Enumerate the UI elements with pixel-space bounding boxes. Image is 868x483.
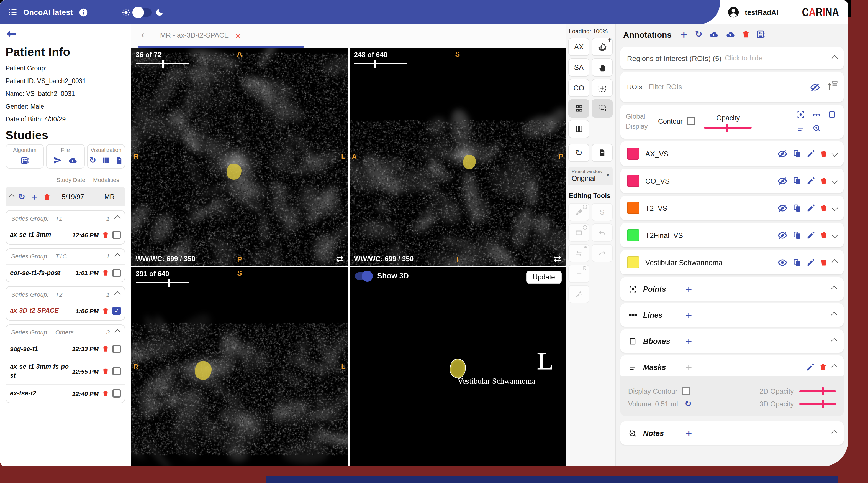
opacity-slider[interactable]: [704, 127, 752, 129]
reference-lines-button[interactable]: [592, 79, 613, 97]
delete-series-icon[interactable]: [102, 367, 109, 375]
visibility-off-icon[interactable]: [777, 149, 788, 158]
series-group-header[interactable]: Series Group: T1 1: [6, 211, 125, 226]
series-group-header[interactable]: Series Group: Others 3: [6, 325, 125, 340]
annotation-table-icon[interactable]: [756, 30, 765, 39]
add-point-icon[interactable]: ＋: [684, 284, 693, 294]
delete-series-icon[interactable]: [102, 390, 109, 398]
series-item[interactable]: cor-se-t1-fs-post 1:01 PM: [6, 264, 125, 282]
chevron-up-icon[interactable]: [114, 291, 121, 297]
chevron-up-icon[interactable]: [832, 259, 838, 266]
undo-button[interactable]: [592, 224, 613, 242]
add-line-icon[interactable]: ＋: [684, 310, 693, 320]
menu-icon[interactable]: [8, 7, 18, 17]
visibility-on-icon[interactable]: [777, 258, 788, 267]
copy-roi-icon[interactable]: [793, 149, 802, 158]
roi-row[interactable]: CO_VS: [620, 169, 844, 193]
tab-scroll-left-icon[interactable]: ‹: [141, 29, 145, 41]
add-bbox-icon[interactable]: ＋: [684, 336, 693, 346]
delete-series-icon[interactable]: [102, 307, 109, 315]
compare-layout-button[interactable]: [568, 120, 589, 138]
roi-row[interactable]: T2_VS: [620, 196, 844, 220]
visibility-off-icon[interactable]: [777, 176, 788, 186]
slice-slider[interactable]: [354, 63, 407, 64]
capture-viewport-button[interactable]: [592, 99, 613, 118]
show-3d-toggle[interactable]: Show 3D: [355, 272, 409, 280]
collapse-icon[interactable]: [8, 194, 15, 200]
back-arrow[interactable]: ←: [7, 28, 17, 40]
send-icon[interactable]: [53, 156, 62, 165]
edit-roi-icon[interactable]: [807, 231, 815, 239]
chevron-up-icon[interactable]: [831, 364, 838, 370]
chevron-up-icon[interactable]: [831, 430, 838, 436]
edit-roi-icon[interactable]: [807, 204, 815, 212]
edit-roi-icon[interactable]: [807, 258, 815, 266]
roi-row[interactable]: AX_VS: [620, 141, 844, 166]
roi-color-swatch[interactable]: [627, 202, 639, 214]
add-mask-icon[interactable]: ＋: [684, 362, 693, 372]
algorithm-grid-icon[interactable]: [21, 156, 29, 164]
edit-roi-icon[interactable]: [807, 149, 815, 158]
add-note-icon[interactable]: ＋: [684, 428, 693, 438]
sagittal-view-button[interactable]: SA: [568, 58, 589, 77]
series-item[interactable]: ax-tse-t2 12:40 PM: [6, 384, 125, 402]
delete-series-icon[interactable]: [102, 231, 109, 239]
series-checkbox-checked[interactable]: [113, 307, 121, 315]
lines-section[interactable]: Lines ＋: [620, 303, 844, 326]
contour-checkbox[interactable]: [687, 117, 695, 125]
recompute-volume-icon[interactable]: ↻: [685, 400, 691, 408]
chevron-down-icon[interactable]: [832, 205, 838, 211]
chevron-down-icon[interactable]: [832, 178, 838, 184]
coronal-view-button[interactable]: CO: [568, 79, 589, 97]
chevron-down-icon[interactable]: [832, 232, 838, 238]
interpolate-tool-button[interactable]: [568, 244, 589, 262]
series-checkbox[interactable]: [113, 367, 121, 375]
copy-roi-icon[interactable]: [793, 258, 802, 267]
series-checkbox[interactable]: [113, 269, 121, 277]
series-item[interactable]: ax-se-t1-3mm-fs-post 12:55 PM: [6, 358, 125, 384]
cloud-download-icon[interactable]: [709, 30, 719, 39]
report-button[interactable]: [592, 144, 613, 162]
grid-layout-button[interactable]: [568, 99, 589, 118]
delete-study-icon[interactable]: [43, 193, 51, 201]
erase-slice-tool-button[interactable]: R: [568, 264, 589, 283]
hide-all-rois-icon[interactable]: [810, 82, 820, 92]
copy-roi-icon[interactable]: [793, 203, 802, 213]
delete-annotations-icon[interactable]: [742, 30, 750, 39]
smart-tool-button[interactable]: S: [592, 203, 613, 221]
magic-wand-tool-button[interactable]: [568, 285, 589, 303]
roi-color-swatch[interactable]: [627, 147, 639, 160]
series-item[interactable]: sag-se-t1 12:33 PM: [6, 340, 125, 358]
cloud-upload-icon[interactable]: [725, 30, 736, 39]
add-annotation-icon[interactable]: ＋: [679, 29, 689, 39]
series-checkbox[interactable]: [113, 390, 121, 398]
swap-layout-icon[interactable]: ⇄: [336, 255, 343, 263]
add-study-icon[interactable]: ＋: [30, 192, 38, 201]
notes-section[interactable]: Notes ＋: [620, 422, 844, 445]
slice-slider[interactable]: [136, 282, 189, 283]
copy-roi-icon[interactable]: [793, 230, 802, 240]
opacity-2d-slider[interactable]: [799, 390, 836, 392]
chevron-down-icon[interactable]: [832, 150, 838, 157]
delete-roi-icon[interactable]: [820, 149, 828, 158]
theme-switch[interactable]: [134, 8, 152, 17]
filter-rois-input[interactable]: [648, 81, 804, 93]
visibility-off-icon[interactable]: [777, 230, 788, 240]
delete-roi-icon[interactable]: [820, 231, 828, 239]
series-checkbox[interactable]: [113, 345, 121, 353]
rois-section-header[interactable]: Regions of Interest (ROIs) (5) Click to …: [620, 47, 844, 69]
window-level-tool-button[interactable]: ✚: [592, 38, 613, 56]
delete-series-icon[interactable]: [102, 269, 109, 277]
delete-roi-icon[interactable]: [820, 258, 828, 266]
user-name[interactable]: testRadAI: [745, 8, 778, 17]
measure-icon[interactable]: [812, 124, 820, 132]
viewport-coronal[interactable]: 391 of 640 S R L: [131, 267, 348, 466]
roi-color-swatch[interactable]: [627, 175, 639, 187]
roi-color-swatch[interactable]: [627, 256, 639, 268]
copy-roi-icon[interactable]: [793, 176, 802, 186]
viewer-tab[interactable]: MR - ax-3D-t2-SPACE ×: [160, 24, 240, 47]
lines-icon[interactable]: [812, 112, 821, 117]
columns-icon[interactable]: [102, 157, 110, 164]
series-checkbox[interactable]: [113, 231, 121, 239]
delete-series-icon[interactable]: [102, 345, 109, 353]
